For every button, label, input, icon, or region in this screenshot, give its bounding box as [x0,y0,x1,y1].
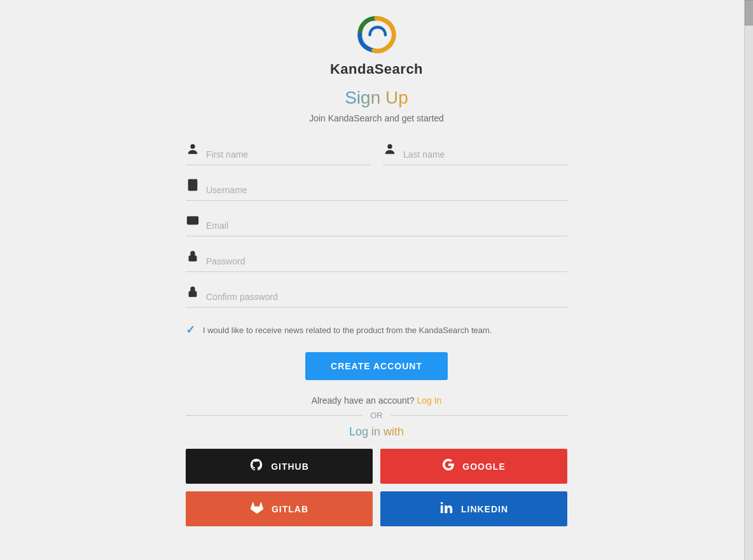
svg-rect-7 [441,505,443,513]
or-divider: OR [186,411,567,420]
svg-point-8 [441,502,443,505]
gitlab-icon [250,501,264,517]
github-icon [249,458,263,475]
checkbox-check-icon: ✓ [186,323,195,337]
signup-form: ✓ I would like to receive news related t… [186,142,567,406]
github-label: GITHUB [271,461,309,472]
newsletter-row: ✓ I would like to receive news related t… [186,323,567,337]
or-line-left [186,415,363,416]
logo-container: KandaSearch [330,13,423,78]
scrollbar[interactable] [744,0,753,560]
page-title: Sign Up [345,88,408,108]
app-name: KandaSearch [330,61,423,78]
svg-point-0 [190,144,195,149]
scrollbar-thumb[interactable] [745,0,753,25]
password-group [186,249,567,272]
or-line-right [390,415,567,416]
username-input[interactable] [206,184,567,196]
page-subtitle: Join KandaSearch and get started [309,113,444,123]
login-link-row: Already have an account? Log In [186,395,567,406]
google-button[interactable]: GOOGLE [380,449,567,484]
linkedin-button[interactable]: LINKEDIN [380,491,567,526]
linkedin-label: LINKEDIN [461,504,508,514]
already-account-text: Already have an account? [312,395,415,406]
name-row [186,142,567,165]
last-name-input[interactable] [403,148,567,161]
email-group [186,214,567,236]
page-container: KandaSearch Sign Up Join KandaSearch and… [4,0,749,552]
gitlab-button[interactable]: GITLAB [186,491,373,526]
confirm-password-group [186,285,567,308]
svg-rect-6 [189,291,197,297]
password-icon [186,249,200,266]
person-icon-first [186,142,200,160]
login-link[interactable]: Log In [417,395,441,406]
email-input[interactable] [206,219,567,232]
newsletter-label: I would like to receive news related to … [203,325,492,335]
confirm-password-icon [186,285,200,302]
svg-point-3 [191,182,195,186]
svg-rect-5 [189,256,197,261]
create-account-button[interactable]: CREATE ACCOUNT [305,352,448,380]
last-name-group [383,142,567,165]
first-name-input[interactable] [206,148,370,161]
confirm-password-input[interactable] [206,290,567,303]
github-button[interactable]: GITHUB [186,449,373,484]
username-group [186,178,567,201]
logo-icon [354,13,399,57]
first-name-group [186,142,370,165]
or-text: OR [370,411,383,420]
email-icon [186,214,200,231]
password-input[interactable] [206,255,567,268]
svg-point-1 [387,144,392,149]
google-icon [442,458,455,474]
gitlab-label: GITLAB [272,504,308,514]
person-icon-last [383,142,397,160]
linkedin-icon [439,500,453,517]
username-icon [186,178,200,195]
social-grid: GITHUB GOOGLE GITLAB [186,449,567,526]
login-with-title: Log in with [349,425,404,439]
google-label: GOOGLE [462,461,505,472]
